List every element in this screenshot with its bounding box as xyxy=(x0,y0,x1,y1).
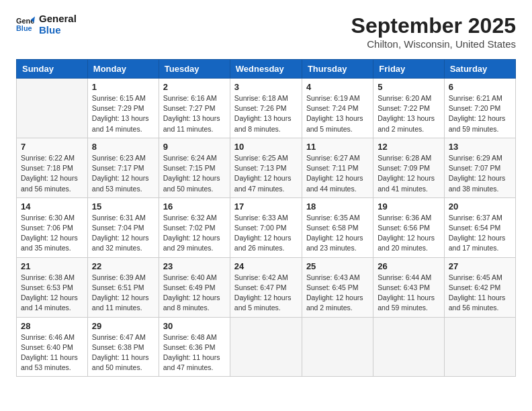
calendar-day-cell: 1Sunrise: 6:15 AM Sunset: 7:29 PM Daylig… xyxy=(87,79,159,138)
calendar-day-cell: 13Sunrise: 6:29 AM Sunset: 7:07 PM Dayli… xyxy=(444,138,515,197)
calendar-day-cell: 29Sunrise: 6:47 AM Sunset: 6:38 PM Dayli… xyxy=(87,317,159,377)
day-number: 2 xyxy=(163,82,226,92)
calendar-day-cell xyxy=(373,317,444,377)
day-number: 5 xyxy=(378,82,439,92)
calendar-day-cell: 16Sunrise: 6:32 AM Sunset: 7:02 PM Dayli… xyxy=(159,197,230,257)
day-info: Sunrise: 6:40 AM Sunset: 6:49 PM Dayligh… xyxy=(163,273,226,314)
calendar-day-cell xyxy=(17,79,88,138)
day-number: 14 xyxy=(21,201,83,212)
calendar-header-cell: Sunday xyxy=(17,60,88,79)
calendar-day-cell: 19Sunrise: 6:36 AM Sunset: 6:56 PM Dayli… xyxy=(373,197,444,257)
calendar-day-cell: 26Sunrise: 6:44 AM Sunset: 6:43 PM Dayli… xyxy=(373,257,444,317)
day-info: Sunrise: 6:25 AM Sunset: 7:13 PM Dayligh… xyxy=(234,153,298,194)
calendar-day-cell: 21Sunrise: 6:38 AM Sunset: 6:53 PM Dayli… xyxy=(17,257,88,317)
calendar-day-cell: 22Sunrise: 6:39 AM Sunset: 6:51 PM Dayli… xyxy=(87,257,159,317)
calendar-header-cell: Thursday xyxy=(302,60,373,79)
calendar-day-cell: 17Sunrise: 6:33 AM Sunset: 7:00 PM Dayli… xyxy=(230,197,302,257)
calendar-day-cell: 14Sunrise: 6:30 AM Sunset: 7:06 PM Dayli… xyxy=(17,197,88,257)
calendar-day-cell xyxy=(302,317,373,377)
day-number: 30 xyxy=(163,321,226,331)
day-number: 21 xyxy=(21,261,83,271)
day-number: 9 xyxy=(163,142,226,152)
calendar-table: SundayMondayTuesdayWednesdayThursdayFrid… xyxy=(16,59,516,377)
day-number: 29 xyxy=(92,321,154,331)
calendar-day-cell: 23Sunrise: 6:40 AM Sunset: 6:49 PM Dayli… xyxy=(159,257,230,317)
calendar-header-cell: Saturday xyxy=(444,60,515,79)
calendar-week-row: 7Sunrise: 6:22 AM Sunset: 7:18 PM Daylig… xyxy=(17,138,516,197)
day-info: Sunrise: 6:18 AM Sunset: 7:26 PM Dayligh… xyxy=(234,93,298,134)
day-number: 18 xyxy=(306,201,369,212)
day-number: 4 xyxy=(306,82,369,92)
day-info: Sunrise: 6:15 AM Sunset: 7:29 PM Dayligh… xyxy=(92,93,154,134)
day-info: Sunrise: 6:44 AM Sunset: 6:43 PM Dayligh… xyxy=(378,273,439,314)
location-title: Chilton, Wisconsin, United States xyxy=(351,38,516,50)
day-number: 19 xyxy=(378,201,439,212)
calendar-day-cell: 27Sunrise: 6:45 AM Sunset: 6:42 PM Dayli… xyxy=(444,257,515,317)
logo-line2: Blue xyxy=(39,25,77,36)
day-info: Sunrise: 6:39 AM Sunset: 6:51 PM Dayligh… xyxy=(92,273,154,314)
calendar-day-cell xyxy=(444,317,515,377)
calendar-header-cell: Friday xyxy=(373,60,444,79)
day-number: 24 xyxy=(234,261,298,271)
day-info: Sunrise: 6:36 AM Sunset: 6:56 PM Dayligh… xyxy=(378,213,439,254)
calendar-day-cell: 15Sunrise: 6:31 AM Sunset: 7:04 PM Dayli… xyxy=(87,197,159,257)
svg-text:Blue: Blue xyxy=(16,24,32,32)
calendar-day-cell: 5Sunrise: 6:20 AM Sunset: 7:22 PM Daylig… xyxy=(373,79,444,138)
day-info: Sunrise: 6:31 AM Sunset: 7:04 PM Dayligh… xyxy=(92,213,154,254)
calendar-header-cell: Monday xyxy=(87,60,159,79)
calendar-day-cell: 25Sunrise: 6:43 AM Sunset: 6:45 PM Dayli… xyxy=(302,257,373,317)
day-info: Sunrise: 6:23 AM Sunset: 7:17 PM Dayligh… xyxy=(92,153,154,194)
calendar-day-cell: 10Sunrise: 6:25 AM Sunset: 7:13 PM Dayli… xyxy=(230,138,302,197)
day-number: 20 xyxy=(449,201,511,212)
calendar-week-row: 28Sunrise: 6:46 AM Sunset: 6:40 PM Dayli… xyxy=(17,317,516,377)
calendar-day-cell: 8Sunrise: 6:23 AM Sunset: 7:17 PM Daylig… xyxy=(87,138,159,197)
day-number: 8 xyxy=(92,142,154,152)
calendar-body: 1Sunrise: 6:15 AM Sunset: 7:29 PM Daylig… xyxy=(17,79,516,377)
calendar-day-cell: 18Sunrise: 6:35 AM Sunset: 6:58 PM Dayli… xyxy=(302,197,373,257)
day-info: Sunrise: 6:24 AM Sunset: 7:15 PM Dayligh… xyxy=(163,153,226,194)
calendar-week-row: 21Sunrise: 6:38 AM Sunset: 6:53 PM Dayli… xyxy=(17,257,516,317)
calendar-day-cell: 12Sunrise: 6:28 AM Sunset: 7:09 PM Dayli… xyxy=(373,138,444,197)
day-number: 26 xyxy=(378,261,439,271)
calendar-day-cell: 28Sunrise: 6:46 AM Sunset: 6:40 PM Dayli… xyxy=(17,317,88,377)
day-number: 16 xyxy=(163,201,226,212)
day-number: 13 xyxy=(449,142,511,152)
day-info: Sunrise: 6:42 AM Sunset: 6:47 PM Dayligh… xyxy=(234,273,298,314)
calendar-header-row: SundayMondayTuesdayWednesdayThursdayFrid… xyxy=(17,60,516,79)
day-number: 1 xyxy=(92,82,154,92)
day-number: 15 xyxy=(92,201,154,212)
day-number: 12 xyxy=(378,142,439,152)
day-info: Sunrise: 6:29 AM Sunset: 7:07 PM Dayligh… xyxy=(449,153,511,194)
logo-line1: General xyxy=(39,13,77,25)
day-number: 10 xyxy=(234,142,298,152)
calendar-header-cell: Wednesday xyxy=(230,60,302,79)
logo: General Blue General Blue xyxy=(16,13,77,36)
calendar-week-row: 1Sunrise: 6:15 AM Sunset: 7:29 PM Daylig… xyxy=(17,79,516,138)
day-number: 22 xyxy=(92,261,154,271)
day-info: Sunrise: 6:35 AM Sunset: 6:58 PM Dayligh… xyxy=(306,213,369,254)
calendar-day-cell: 30Sunrise: 6:48 AM Sunset: 6:36 PM Dayli… xyxy=(159,317,230,377)
day-number: 3 xyxy=(234,82,298,92)
day-info: Sunrise: 6:16 AM Sunset: 7:27 PM Dayligh… xyxy=(163,93,226,134)
calendar-header-cell: Tuesday xyxy=(159,60,230,79)
day-number: 23 xyxy=(163,261,226,271)
day-info: Sunrise: 6:27 AM Sunset: 7:11 PM Dayligh… xyxy=(306,153,369,194)
day-info: Sunrise: 6:37 AM Sunset: 6:54 PM Dayligh… xyxy=(449,213,511,254)
day-info: Sunrise: 6:43 AM Sunset: 6:45 PM Dayligh… xyxy=(306,273,369,314)
day-info: Sunrise: 6:38 AM Sunset: 6:53 PM Dayligh… xyxy=(21,273,83,314)
calendar-day-cell: 2Sunrise: 6:16 AM Sunset: 7:27 PM Daylig… xyxy=(159,79,230,138)
day-info: Sunrise: 6:47 AM Sunset: 6:38 PM Dayligh… xyxy=(92,332,154,373)
day-info: Sunrise: 6:46 AM Sunset: 6:40 PM Dayligh… xyxy=(21,332,83,373)
calendar-day-cell: 9Sunrise: 6:24 AM Sunset: 7:15 PM Daylig… xyxy=(159,138,230,197)
day-info: Sunrise: 6:20 AM Sunset: 7:22 PM Dayligh… xyxy=(378,93,439,134)
calendar-day-cell: 3Sunrise: 6:18 AM Sunset: 7:26 PM Daylig… xyxy=(230,79,302,138)
calendar-day-cell: 11Sunrise: 6:27 AM Sunset: 7:11 PM Dayli… xyxy=(302,138,373,197)
calendar-week-row: 14Sunrise: 6:30 AM Sunset: 7:06 PM Dayli… xyxy=(17,197,516,257)
calendar-day-cell: 4Sunrise: 6:19 AM Sunset: 7:24 PM Daylig… xyxy=(302,79,373,138)
day-info: Sunrise: 6:21 AM Sunset: 7:20 PM Dayligh… xyxy=(449,93,511,134)
calendar-day-cell: 7Sunrise: 6:22 AM Sunset: 7:18 PM Daylig… xyxy=(17,138,88,197)
month-title: September 2025 xyxy=(351,13,516,38)
calendar-day-cell: 6Sunrise: 6:21 AM Sunset: 7:20 PM Daylig… xyxy=(444,79,515,138)
day-number: 6 xyxy=(449,82,511,92)
day-info: Sunrise: 6:19 AM Sunset: 7:24 PM Dayligh… xyxy=(306,93,369,134)
